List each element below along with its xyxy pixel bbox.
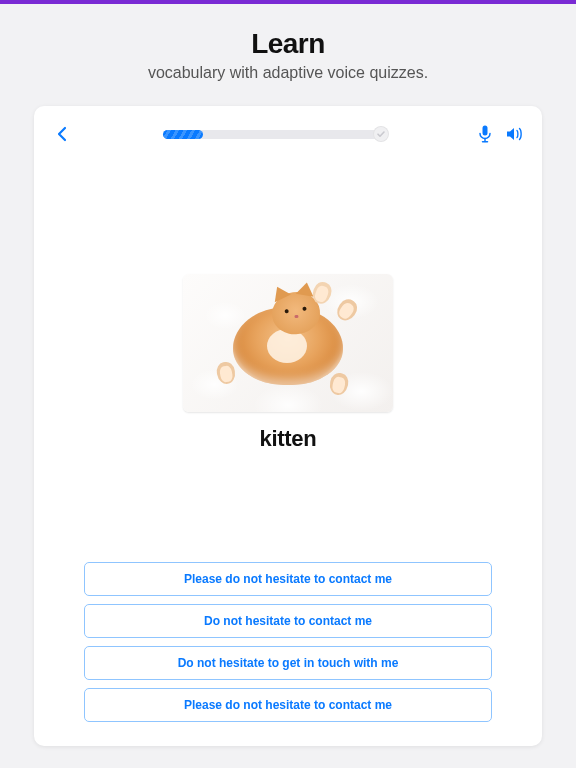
progress-end-marker bbox=[373, 126, 389, 142]
progress-container bbox=[80, 130, 470, 139]
page-title: Learn bbox=[0, 28, 576, 60]
svg-rect-0 bbox=[483, 126, 488, 136]
back-button[interactable] bbox=[52, 124, 72, 144]
microphone-button[interactable] bbox=[478, 125, 492, 143]
toolbar-icons bbox=[478, 125, 524, 143]
answer-option[interactable]: Please do not hesitate to contact me bbox=[84, 688, 492, 722]
answer-option[interactable]: Please do not hesitate to contact me bbox=[84, 562, 492, 596]
speaker-icon bbox=[506, 126, 524, 142]
quiz-card: kitten Please do not hesitate to contact… bbox=[34, 106, 542, 746]
quiz-word: kitten bbox=[260, 426, 317, 452]
progress-bar[interactable] bbox=[163, 130, 388, 139]
card-toolbar bbox=[34, 106, 542, 154]
answer-option[interactable]: Do not hesitate to get in touch with me bbox=[84, 646, 492, 680]
speaker-button[interactable] bbox=[506, 126, 524, 142]
quiz-image bbox=[183, 274, 393, 412]
chevron-left-icon bbox=[57, 126, 67, 142]
top-accent-bar bbox=[0, 0, 576, 4]
page-header: Learn vocabulary with adaptive voice qui… bbox=[0, 0, 576, 106]
page-subtitle: vocabulary with adaptive voice quizzes. bbox=[0, 64, 576, 82]
progress-fill bbox=[163, 130, 204, 139]
check-icon bbox=[376, 129, 386, 139]
answer-list: Please do not hesitate to contact me Do … bbox=[34, 552, 542, 746]
microphone-icon bbox=[478, 125, 492, 143]
answer-option[interactable]: Do not hesitate to contact me bbox=[84, 604, 492, 638]
quiz-content: kitten bbox=[34, 154, 542, 552]
